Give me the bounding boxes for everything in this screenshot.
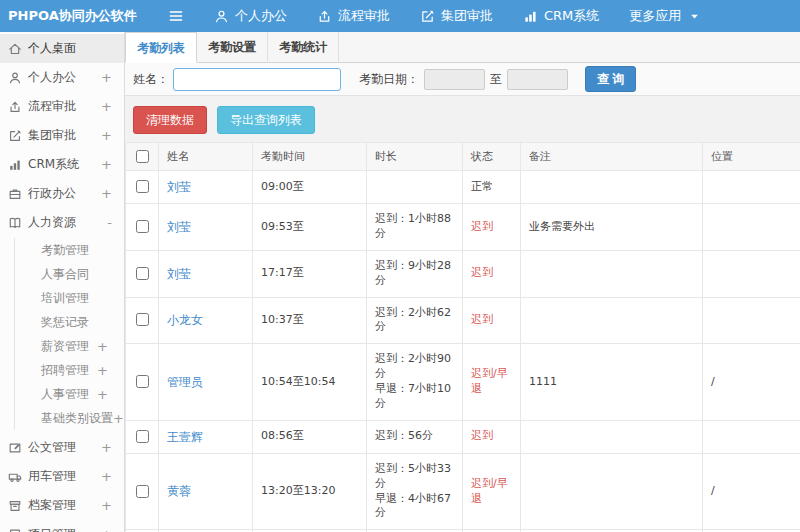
sidebar-subitem-label: 培训管理: [41, 290, 89, 307]
duration-cell: 迟到：9小时28分: [367, 250, 463, 297]
export-list-button[interactable]: 导出查询列表: [217, 106, 315, 134]
share-icon: [317, 9, 332, 24]
status-cell: 迟到/早退: [463, 344, 521, 420]
date-from-input[interactable]: [424, 69, 485, 90]
expand-plus-icon[interactable]: +: [101, 186, 112, 201]
sidebar-subitem-6-5[interactable]: 招聘管理+: [15, 358, 124, 382]
tab-0[interactable]: 考勤列表: [125, 32, 197, 63]
sidebar-subitem-6-1[interactable]: 人事合同: [15, 262, 124, 286]
edit-icon: [8, 129, 22, 143]
name-cell[interactable]: 刘莹: [159, 171, 253, 204]
sidebar-item-5[interactable]: 行政办公+: [0, 179, 124, 208]
topnav-item-2[interactable]: 集团审批: [405, 0, 508, 32]
expand-plus-icon[interactable]: +: [97, 387, 108, 402]
topnav-item-4[interactable]: 更多应用: [614, 0, 717, 32]
column-header-0: 姓名: [159, 143, 253, 171]
name-input[interactable]: [173, 68, 341, 91]
row-checkbox[interactable]: [136, 313, 149, 326]
topnav-item-label: 个人办公: [235, 7, 287, 25]
row-checkbox[interactable]: [136, 430, 149, 443]
range-separator-label: 至: [490, 71, 502, 88]
sidebar-item-2[interactable]: 流程审批+: [0, 92, 124, 121]
expand-plus-icon[interactable]: +: [101, 469, 112, 484]
row-checkbox[interactable]: [136, 180, 149, 193]
date-to-input[interactable]: [507, 69, 568, 90]
name-cell[interactable]: 黄蓉: [159, 453, 253, 529]
topnav-item-1[interactable]: 流程审批: [302, 0, 405, 32]
status-cell: 迟到: [463, 420, 521, 453]
sidebar-subitem-6-2[interactable]: 培训管理: [15, 286, 124, 310]
expand-plus-icon[interactable]: +: [101, 70, 112, 85]
table-row: 王壹辉08:56至迟到：56分迟到: [126, 420, 800, 453]
topnav-item-3[interactable]: CRM系统: [508, 0, 614, 32]
sidebar-item-9[interactable]: 档案管理+: [0, 491, 124, 520]
expand-plus-icon[interactable]: +: [101, 157, 112, 172]
expand-plus-icon[interactable]: +: [113, 411, 124, 426]
row-checkbox[interactable]: [136, 220, 149, 233]
expand-plus-icon[interactable]: +: [101, 440, 112, 455]
sidebar-subitem-6-7[interactable]: 基础类别设置+: [15, 406, 124, 430]
duration-cell: 迟到：2小时90分 早退：7小时10分: [367, 344, 463, 420]
row-checkbox[interactable]: [136, 267, 149, 280]
sidebar-item-4[interactable]: CRM系统+: [0, 150, 124, 179]
name-cell[interactable]: 管理员: [159, 344, 253, 420]
app-logo[interactable]: PHPOA协同办公软件: [0, 7, 125, 25]
briefcase-icon: [8, 187, 22, 201]
location-cell: [703, 204, 800, 251]
sidebar-item-3[interactable]: 集团审批+: [0, 121, 124, 150]
status-cell: 迟到: [463, 204, 521, 251]
row-checkbox[interactable]: [136, 375, 149, 388]
expand-plus-icon[interactable]: +: [101, 99, 112, 114]
select-all-checkbox[interactable]: [136, 150, 149, 163]
sidebar-subitem-6-3[interactable]: 奖惩记录: [15, 310, 124, 334]
name-cell[interactable]: 王壹辉: [159, 420, 253, 453]
sidebar-item-label: 个人办公: [28, 69, 76, 86]
project-icon: [8, 528, 22, 532]
sidebar-subitem-6-4[interactable]: 薪资管理+: [15, 334, 124, 358]
topnav-item-label: 流程审批: [338, 7, 390, 25]
location-cell: [703, 297, 800, 344]
sidebar-item-1[interactable]: 个人办公+: [0, 63, 124, 92]
chart-icon: [523, 9, 538, 24]
hamburger-icon[interactable]: [167, 7, 185, 25]
name-cell[interactable]: 刘莹: [159, 250, 253, 297]
remark-cell: [521, 297, 703, 344]
row-checkbox[interactable]: [136, 485, 149, 498]
time-cell: 17:17至: [253, 250, 367, 297]
name-cell[interactable]: 小龙女: [159, 297, 253, 344]
sidebar-subitem-6-0[interactable]: 考勤管理: [15, 238, 124, 262]
expand-plus-icon[interactable]: +: [101, 498, 112, 513]
duration-cell: 迟到：56分: [367, 420, 463, 453]
edit-icon: [420, 9, 435, 24]
clean-data-button[interactable]: 清理数据: [133, 106, 207, 134]
expand-plus-icon[interactable]: +: [97, 363, 108, 378]
filter-bar: 姓名： 考勤日期： 至 查 询: [125, 63, 800, 96]
remark-cell: [521, 250, 703, 297]
status-cell: 正常: [463, 171, 521, 204]
archive-icon: [8, 499, 22, 513]
tab-1[interactable]: 考勤设置: [197, 32, 268, 63]
sidebar-item-8[interactable]: 用车管理+: [0, 462, 124, 491]
sidebar-item-0[interactable]: 个人桌面: [0, 34, 124, 63]
sidebar-item-10[interactable]: 项目管理+: [0, 520, 124, 532]
expand-plus-icon[interactable]: +: [101, 128, 112, 143]
sidebar-item-6[interactable]: 人力资源-: [0, 208, 124, 237]
location-cell: [703, 250, 800, 297]
book-icon: [8, 216, 22, 230]
name-cell[interactable]: 刘莹: [159, 204, 253, 251]
page-layout: 个人桌面个人办公+流程审批+集团审批+CRM系统+行政办公+人力资源-考勤管理人…: [0, 32, 800, 532]
sidebar-item-label: 项目管理: [28, 526, 76, 532]
topnav-item-label: CRM系统: [544, 7, 599, 25]
date-label: 考勤日期：: [359, 71, 419, 88]
remark-cell: [521, 420, 703, 453]
sidebar-subitem-6-6[interactable]: 人事管理+: [15, 382, 124, 406]
search-button[interactable]: 查 询: [585, 66, 636, 92]
location-cell: /: [703, 453, 800, 529]
expand-plus-icon[interactable]: +: [101, 527, 112, 532]
tab-2[interactable]: 考勤统计: [268, 32, 339, 63]
sidebar-item-7[interactable]: 公文管理+: [0, 433, 124, 462]
topnav-item-0[interactable]: 个人办公: [199, 0, 302, 32]
expand-plus-icon[interactable]: +: [97, 339, 108, 354]
collapse-minus-icon[interactable]: -: [107, 215, 112, 230]
time-cell: 10:37至: [253, 297, 367, 344]
